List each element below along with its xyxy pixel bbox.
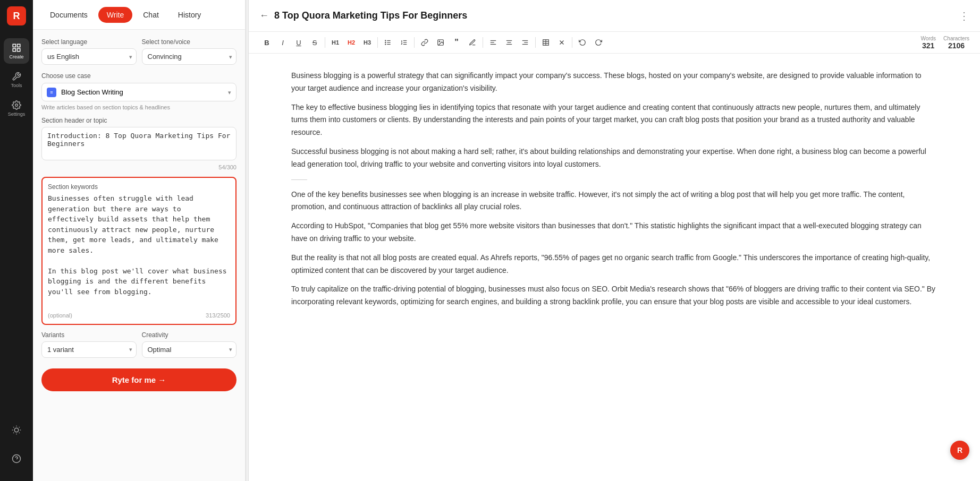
toolbar-underline[interactable]: U bbox=[291, 35, 306, 50]
nav-documents[interactable]: Documents bbox=[41, 7, 96, 23]
tone-group: Select tone/voice Convincing bbox=[142, 38, 237, 65]
toolbar-quote[interactable]: " bbox=[449, 35, 464, 50]
creativity-select-wrap: Optimal bbox=[142, 341, 237, 358]
use-case-select[interactable]: Blog Section Writing bbox=[41, 83, 236, 101]
toolbar-h2[interactable]: H2 bbox=[344, 35, 359, 50]
toolbar-sep-1 bbox=[325, 37, 325, 48]
sidebar: R Create Tools Settings bbox=[0, 0, 33, 481]
tone-label: Select tone/voice bbox=[142, 38, 237, 46]
svg-rect-2 bbox=[13, 48, 15, 51]
use-case-select-wrap: ≡ Blog Section Writing bbox=[41, 83, 236, 101]
keywords-count: 313/2500 bbox=[206, 312, 230, 319]
sidebar-item-create[interactable]: Create bbox=[4, 38, 29, 64]
toolbar-strike[interactable]: S bbox=[307, 35, 322, 50]
word-char-count-area: Words 321 Characters 2106 bbox=[920, 36, 969, 50]
editor-content[interactable]: Business blogging is a powerful strategy… bbox=[249, 54, 980, 481]
toolbar-clear[interactable] bbox=[554, 35, 569, 50]
svg-rect-1 bbox=[18, 44, 20, 47]
section-header-input[interactable] bbox=[41, 127, 236, 160]
editor-title: 8 Top Quora Marketing Tips For Beginners bbox=[274, 10, 953, 21]
toolbar-bullet-list[interactable] bbox=[381, 35, 395, 50]
paragraph-2: The key to effective business blogging l… bbox=[291, 101, 937, 139]
toolbar-bold[interactable]: B bbox=[259, 35, 274, 50]
svg-point-20 bbox=[385, 42, 386, 42]
svg-point-26 bbox=[439, 41, 440, 42]
keywords-input[interactable] bbox=[48, 193, 230, 307]
toolbar-sep-2 bbox=[377, 37, 378, 48]
toolbar-italic[interactable]: I bbox=[275, 35, 290, 50]
toolbar-h3[interactable]: H3 bbox=[360, 35, 375, 50]
word-count-label: Words bbox=[920, 36, 936, 41]
word-count-value: 321 bbox=[920, 41, 936, 50]
toolbar-align-right[interactable] bbox=[518, 35, 533, 50]
sidebar-item-help[interactable] bbox=[4, 446, 29, 471]
sidebar-item-settings[interactable]: Settings bbox=[4, 96, 29, 121]
app-logo: R bbox=[7, 6, 26, 25]
toolbar-sep-3 bbox=[414, 37, 415, 48]
creativity-select[interactable]: Optimal bbox=[142, 341, 237, 358]
paragraph-7: To truly capitalize on the traffic-drivi… bbox=[291, 283, 937, 308]
toolbar-sep-4 bbox=[483, 37, 483, 48]
variants-row: Variants 1 variant Creativity Optimal bbox=[41, 331, 236, 358]
language-label: Select language bbox=[41, 38, 137, 46]
control-panel: Documents Write Chat History Select lang… bbox=[33, 0, 246, 481]
char-count-value: 2106 bbox=[943, 41, 969, 50]
variants-select[interactable]: 1 variant bbox=[41, 341, 137, 358]
toolbar-align-center[interactable] bbox=[502, 35, 517, 50]
toolbar-sep-5 bbox=[535, 37, 536, 48]
toolbar-ordered-list[interactable] bbox=[396, 35, 411, 50]
svg-line-12 bbox=[13, 433, 14, 433]
svg-line-9 bbox=[19, 433, 20, 433]
ryte-for-me-button[interactable]: Ryte for me → bbox=[41, 368, 236, 391]
creativity-label: Creativity bbox=[142, 331, 237, 339]
svg-rect-3 bbox=[18, 48, 20, 51]
sidebar-item-tools[interactable]: Tools bbox=[4, 67, 29, 92]
svg-rect-0 bbox=[13, 44, 15, 47]
toolbar-pen[interactable] bbox=[465, 35, 480, 50]
toolbar-align-left[interactable] bbox=[486, 35, 501, 50]
ai-avatar-button[interactable]: R bbox=[950, 441, 969, 460]
toolbar-redo[interactable] bbox=[591, 35, 606, 50]
use-case-icon: ≡ bbox=[47, 88, 56, 97]
sidebar-item-theme[interactable] bbox=[4, 417, 29, 443]
keywords-label: Section keywords bbox=[48, 183, 230, 191]
nav-write[interactable]: Write bbox=[98, 7, 132, 23]
back-arrow[interactable]: ← bbox=[259, 10, 269, 21]
toolbar-link[interactable] bbox=[417, 35, 432, 50]
toolbar-table[interactable] bbox=[538, 35, 553, 50]
sidebar-settings-label: Settings bbox=[8, 111, 26, 117]
toolbar-sep-6 bbox=[572, 37, 572, 48]
nav-chat[interactable]: Chat bbox=[134, 7, 167, 23]
svg-point-21 bbox=[385, 44, 386, 45]
section-header-group: Section header or topic 54/300 bbox=[41, 117, 236, 170]
keywords-optional: (optional) bbox=[48, 312, 72, 319]
tone-select[interactable]: Convincing bbox=[142, 48, 237, 65]
paragraph-5: According to HubSpot, "Companies that bl… bbox=[291, 220, 937, 245]
paragraph-1: Business blogging is a powerful strategy… bbox=[291, 70, 937, 95]
toolbar-h1[interactable]: H1 bbox=[328, 35, 343, 50]
variants-group: Variants 1 variant bbox=[41, 331, 137, 358]
language-select-wrap: us English bbox=[41, 48, 137, 65]
toolbar-image[interactable] bbox=[433, 35, 448, 50]
language-select[interactable]: us English bbox=[41, 48, 137, 65]
variants-select-wrap: 1 variant bbox=[41, 341, 137, 358]
tone-select-wrap: Convincing bbox=[142, 48, 237, 65]
top-nav: Documents Write Chat History bbox=[33, 0, 245, 30]
char-count-item: Characters 2106 bbox=[943, 36, 969, 50]
editor-header: ← 8 Top Quora Marketing Tips For Beginne… bbox=[249, 0, 980, 32]
nav-history[interactable]: History bbox=[170, 7, 210, 23]
main-editor: ← 8 Top Quora Marketing Tips For Beginne… bbox=[249, 0, 980, 481]
paragraph-4: One of the key benefits businesses see w… bbox=[291, 188, 937, 214]
variants-label: Variants bbox=[41, 331, 137, 339]
use-case-group: Choose use case ≡ Blog Section Writing W… bbox=[41, 72, 236, 110]
content-divider bbox=[291, 179, 307, 180]
more-options-button[interactable]: ⋮ bbox=[959, 10, 969, 22]
language-group: Select language us English bbox=[41, 38, 137, 65]
toolbar-undo[interactable] bbox=[575, 35, 590, 50]
svg-point-5 bbox=[14, 428, 19, 432]
svg-point-4 bbox=[15, 104, 18, 106]
keywords-section: Section keywords (optional) 313/2500 bbox=[41, 177, 236, 325]
section-header-label: Section header or topic bbox=[41, 117, 236, 124]
paragraph-3: Successful business blogging is not abou… bbox=[291, 145, 937, 171]
editor-toolbar: B I U S H1 H2 H3 " bbox=[249, 32, 980, 54]
